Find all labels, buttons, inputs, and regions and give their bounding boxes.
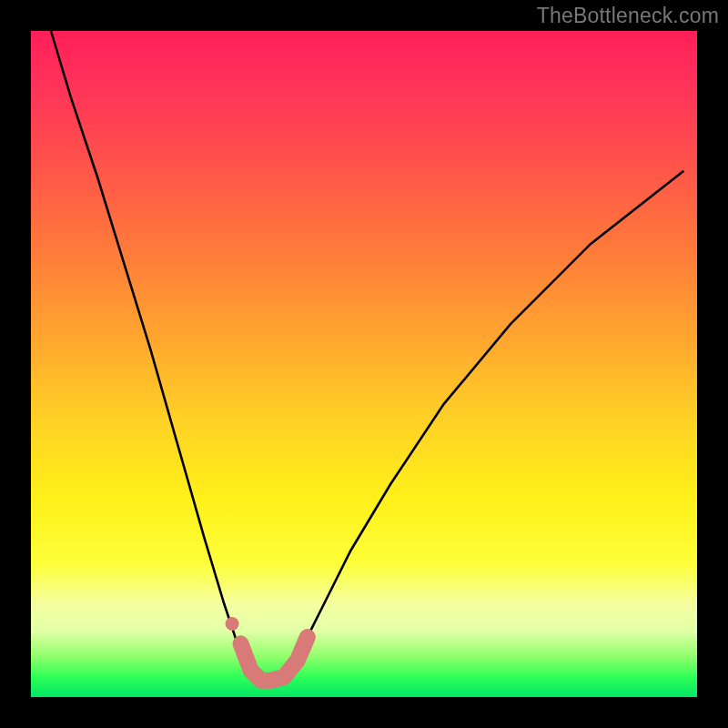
highlight-dot bbox=[226, 617, 239, 631]
highlight-band bbox=[241, 637, 308, 681]
chart-frame: TheBottleneck.com bbox=[0, 0, 728, 728]
bottleneck-curve bbox=[51, 31, 683, 681]
plot-area bbox=[31, 31, 697, 697]
watermark-text: TheBottleneck.com bbox=[537, 4, 719, 28]
curve-svg bbox=[31, 31, 697, 697]
